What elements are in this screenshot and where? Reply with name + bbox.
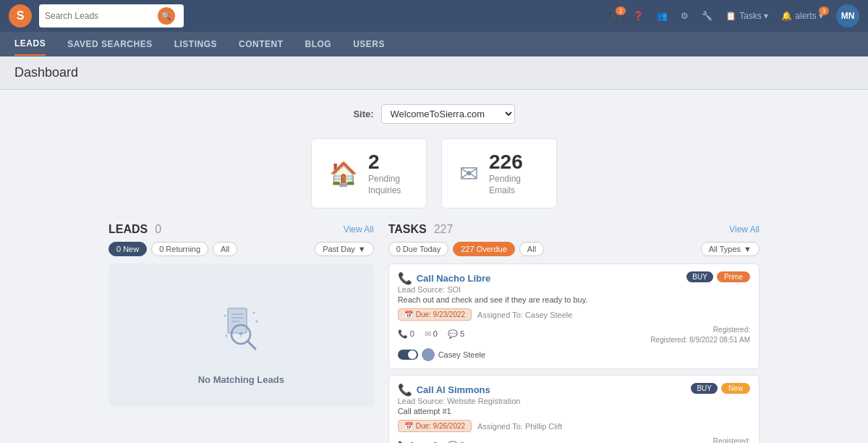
due-row: 📅 Due: 9/26/2022 Assigned To: Phillip Cl… xyxy=(398,420,750,432)
task-source: Lead Source: Website Registration xyxy=(398,397,521,405)
leads-section-header: LEADS 0 View All xyxy=(109,223,374,236)
page-title: Dashboard xyxy=(14,65,854,80)
tasks-view-all[interactable]: View All xyxy=(729,224,760,235)
agent-toggle[interactable] xyxy=(398,350,418,360)
agent-avatar xyxy=(422,348,435,361)
envelope-icon: ✉ xyxy=(425,329,431,339)
settings-nav-icon[interactable]: ⚙ xyxy=(681,11,689,21)
registered-info: Registered:Registered: 9/26/2022 08:25 A… xyxy=(647,436,750,443)
task-card: 📞 Call Nacho Libre Lead Source: SOI Reac… xyxy=(388,263,760,369)
phone-badge: 2 xyxy=(616,7,626,15)
tasks-all-filter[interactable]: All xyxy=(519,242,544,256)
two-col-layout: LEADS 0 View All 0 New 0 Returning All P… xyxy=(109,223,760,443)
phone-count: 0 xyxy=(410,329,414,338)
email-count: 0 xyxy=(433,329,438,338)
task-note: Reach out and check and see if they are … xyxy=(398,295,588,304)
logo-button[interactable]: S xyxy=(9,4,32,28)
due-date: Due: 9/26/2022 xyxy=(416,422,465,430)
chevron-down-icon: ▼ xyxy=(744,245,752,253)
task-title[interactable]: Call Al Simmons xyxy=(417,384,490,395)
agent-name: Casey Steele xyxy=(438,350,485,359)
emails-stat-card: ✉ 226 PendingEmails xyxy=(441,138,557,208)
task-badges: BUY Prime xyxy=(686,271,750,282)
nav-users[interactable]: USERS xyxy=(353,33,385,55)
tasks-icon: 📋 xyxy=(726,11,736,21)
house-icon: 🏠 xyxy=(329,160,358,187)
tools-icon: 🔧 xyxy=(702,11,712,21)
leads-column: LEADS 0 View All 0 New 0 Returning All P… xyxy=(109,223,374,443)
tasks-due-today-filter[interactable]: 0 Due Today xyxy=(388,242,449,256)
site-label: Site: xyxy=(353,109,373,119)
user-avatar[interactable]: MN xyxy=(836,4,859,28)
leads-returning-filter[interactable]: 0 Returning xyxy=(151,242,208,256)
phone-icon: 📞 xyxy=(398,329,408,339)
due-date: Due: 9/23/2022 xyxy=(416,311,465,318)
search-submit-button[interactable]: 🔍 xyxy=(158,7,175,25)
calendar-icon: 📅 xyxy=(404,422,413,430)
tasks-count: 227 xyxy=(434,223,454,236)
svg-point-6 xyxy=(224,315,226,317)
task-card-header: 📞 Call Al Simmons Lead Source: Website R… xyxy=(398,383,750,420)
main-content: Site: WelcomeToSierra.com 🏠 2 PendingInq… xyxy=(0,90,868,443)
phone-stat: 📞 0 xyxy=(398,329,414,339)
alerts-nav-item[interactable]: 🔔 3 alerts ▾ xyxy=(781,11,823,21)
tools-nav-icon[interactable]: 🔧 xyxy=(702,11,712,21)
site-dropdown[interactable]: WelcomeToSierra.com xyxy=(381,104,515,124)
svg-point-8 xyxy=(226,335,228,337)
assigned-text: Assigned To: Phillip Clift xyxy=(477,422,562,431)
phone-task-icon: 📞 xyxy=(398,383,412,397)
assigned-text: Assigned To: Casey Steele xyxy=(477,311,572,319)
nav-content[interactable]: CONTENT xyxy=(239,33,284,55)
stats-row: 🏠 2 PendingInquiries ✉ 226 PendingEmails xyxy=(14,138,854,208)
help-icon: ❓ xyxy=(633,11,644,21)
site-selector: Site: WelcomeToSierra.com xyxy=(14,104,854,124)
task-note: Call attempt #1 xyxy=(398,407,521,415)
page-header: Dashboard xyxy=(0,56,868,90)
leads-view-all[interactable]: View All xyxy=(344,224,374,235)
chat-count: 5 xyxy=(460,329,464,338)
top-nav: S 🔍 📞 2 ❓ 👥 ⚙ 🔧 📋 Tasks ▾ 🔔 3 alerts ▾ xyxy=(0,0,868,32)
svg-text:+: + xyxy=(239,329,244,339)
no-leads-illustration: + xyxy=(212,300,270,358)
phone-nav-icon[interactable]: 📞 2 xyxy=(609,11,620,21)
svg-point-7 xyxy=(256,321,258,323)
leads-period-label: Past Day xyxy=(323,245,355,253)
search-input[interactable] xyxy=(45,11,153,21)
task-left: 📞 Call Nacho Libre Lead Source: SOI Reac… xyxy=(398,271,588,308)
nav-leads[interactable]: LEADS xyxy=(14,33,46,56)
alerts-badge: 3 xyxy=(819,7,829,15)
due-row: 📅 Due: 9/23/2022 Assigned To: Casey Stee… xyxy=(398,308,750,321)
nav-blog[interactable]: BLOG xyxy=(305,33,331,55)
task-badges: BUY New xyxy=(691,383,750,394)
due-badge: 📅 Due: 9/23/2022 xyxy=(398,308,472,321)
prime-badge: Prime xyxy=(717,271,750,282)
leads-all-filter[interactable]: All xyxy=(213,242,237,256)
help-nav-icon[interactable]: ❓ xyxy=(633,11,644,21)
tasks-type-dropdown[interactable]: All Types ▼ xyxy=(701,242,760,256)
svg-point-9 xyxy=(253,312,255,314)
calendar-icon: 📅 xyxy=(404,311,413,318)
tasks-label: Tasks ▾ xyxy=(739,11,768,21)
emails-number: 226 PendingEmails xyxy=(489,151,523,196)
tasks-title: TASKS xyxy=(388,223,427,236)
task-title[interactable]: Call Nacho Libre xyxy=(417,273,491,284)
svg-line-5 xyxy=(247,341,255,349)
users-nav-icon[interactable]: 👥 xyxy=(657,11,668,21)
leads-filter-row: 0 New 0 Returning All Past Day ▼ xyxy=(109,242,374,256)
search-box: 🔍 xyxy=(39,4,184,28)
leads-title: LEADS xyxy=(109,223,148,236)
no-leads-panel: + No Matching Leads xyxy=(109,263,374,407)
leads-new-filter[interactable]: 0 New xyxy=(109,242,147,256)
inquiries-stat-card: 🏠 2 PendingInquiries xyxy=(311,138,427,208)
settings-icon: ⚙ xyxy=(681,11,689,21)
phone-task-icon: 📞 xyxy=(398,271,412,285)
tasks-overdue-filter[interactable]: 227 Overdue xyxy=(453,242,515,256)
tasks-nav-item[interactable]: 📋 Tasks ▾ xyxy=(726,11,768,21)
nav-icons: 📞 2 ❓ 👥 ⚙ 🔧 📋 Tasks ▾ 🔔 3 alerts ▾ MN xyxy=(609,4,859,28)
leads-period-dropdown[interactable]: Past Day ▼ xyxy=(315,242,374,256)
chat-stat: 💬 5 xyxy=(448,329,464,339)
task-stats: 📞 0 ✉ 0 💬 5 xyxy=(398,329,464,339)
tasks-section-header: TASKS 227 View All xyxy=(388,223,760,236)
nav-listings[interactable]: LISTINGS xyxy=(174,33,217,55)
nav-saved-searches[interactable]: SAVED SEARCHES xyxy=(67,33,152,55)
